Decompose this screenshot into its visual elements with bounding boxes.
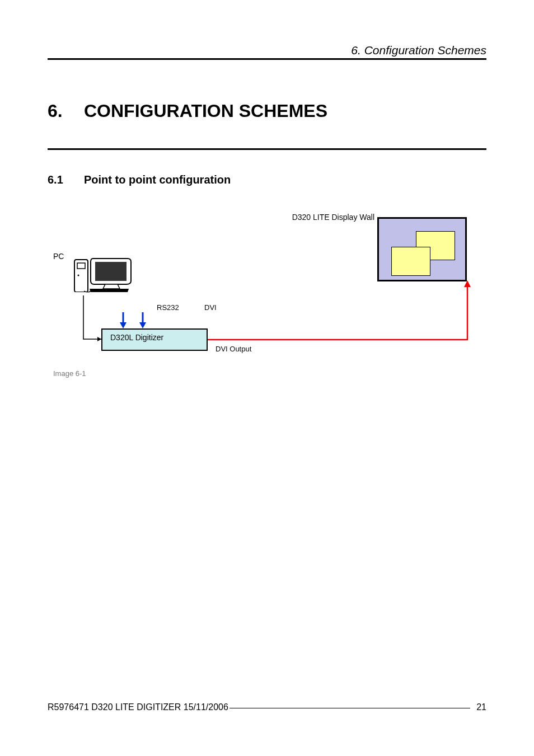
config-diagram: D320 LITE Display Wall PC D3 [48, 213, 486, 392]
chapter-number: 6. [48, 101, 63, 121]
dvi-label: DVI [204, 303, 217, 312]
connections [48, 213, 486, 392]
footer-doc-id: R5976471 D320 LITE DIGITIZER 15/11/2006 [48, 702, 228, 712]
header-rule [48, 58, 486, 60]
section-title: Point to point configuration [84, 173, 231, 186]
page-root: 6. Configuration Schemes 6. CONFIGURATIO… [0, 0, 534, 756]
chapter-title: CONFIGURATION SCHEMES [84, 101, 327, 121]
svg-marker-9 [464, 280, 471, 287]
figure-caption: Image 6-1 [53, 369, 86, 378]
dvi-output-label: DVI Output [216, 345, 251, 353]
svg-marker-6 [120, 322, 127, 328]
running-header: 6. Configuration Schemes [351, 44, 486, 57]
chapter-rule [48, 148, 486, 150]
footer-page-number: 21 [476, 702, 486, 712]
svg-marker-4 [97, 337, 101, 341]
footer-rule [229, 708, 470, 709]
svg-marker-8 [139, 322, 146, 328]
rs232-label: RS232 [157, 303, 179, 312]
section-number: 6.1 [48, 173, 63, 186]
